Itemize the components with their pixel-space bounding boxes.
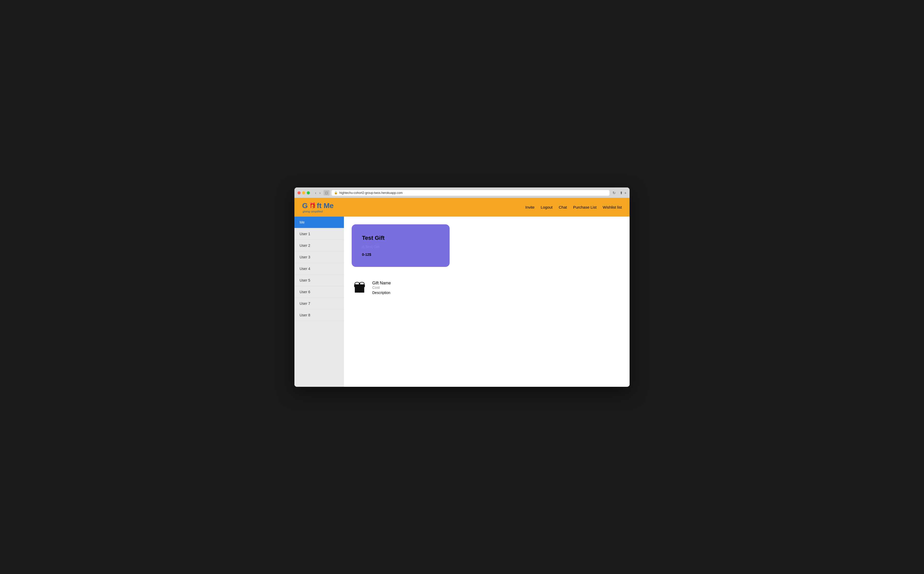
close-button[interactable] bbox=[298, 191, 301, 194]
new-tab-button[interactable]: + bbox=[625, 191, 626, 195]
share-button[interactable]: ⬆ bbox=[620, 191, 623, 195]
reload-button[interactable]: ↻ bbox=[612, 191, 615, 195]
browser-chrome: ‹ › ◻ 🔒 hightechu-cohort2-group-twos.her… bbox=[294, 188, 630, 198]
gift-icon: 🎁 bbox=[309, 202, 316, 209]
sidebar: Me User 1 User 2 User 3 User 4 User 5 Us… bbox=[294, 217, 344, 387]
nav-chat[interactable]: Chat bbox=[559, 205, 567, 210]
gift-item-details: Gift Name Cost Description bbox=[372, 280, 391, 295]
gift-item-cost: Cost bbox=[372, 285, 391, 290]
nav-buttons: ‹ › bbox=[314, 190, 321, 196]
brand-title: G 🎁 ft Me bbox=[302, 202, 334, 210]
nav-links: Invite Logout Chat Purchase List Wishlis… bbox=[526, 205, 622, 210]
gift-item-row: Gift Name Cost Description bbox=[352, 277, 622, 298]
brand-g: G bbox=[302, 202, 308, 210]
svg-rect-5 bbox=[355, 287, 364, 293]
navbar: G 🎁 ft Me giving simplified Invite Logou… bbox=[294, 198, 630, 217]
sidebar-item-user4[interactable]: User 4 bbox=[294, 263, 344, 274]
nav-invite[interactable]: Invite bbox=[526, 205, 535, 210]
sidebar-item-me[interactable]: Me bbox=[294, 217, 344, 228]
back-button[interactable]: ‹ bbox=[314, 190, 317, 196]
sidebar-item-user6[interactable]: User 6 bbox=[294, 286, 344, 298]
nav-purchase-list[interactable]: Purchase List bbox=[573, 205, 597, 210]
gift-box-icon-container bbox=[352, 280, 367, 295]
url-text: hightechu-cohort2-group-twos.herokuapp.c… bbox=[339, 191, 403, 195]
gift-card-price: 0-12$ bbox=[362, 252, 439, 257]
sidebar-item-user3[interactable]: User 3 bbox=[294, 251, 344, 263]
sidebar-item-user8[interactable]: User 8 bbox=[294, 309, 344, 321]
brand: G 🎁 ft Me giving simplified bbox=[302, 202, 334, 213]
sidebar-item-user7[interactable]: User 7 bbox=[294, 298, 344, 309]
sidebar-item-user5[interactable]: User 5 bbox=[294, 274, 344, 286]
browser-actions: ⬆ + bbox=[620, 191, 626, 195]
traffic-lights bbox=[298, 191, 310, 194]
address-bar: 🔒 hightechu-cohort2-group-twos.herokuapp… bbox=[332, 190, 609, 196]
gift-item-name: Gift Name bbox=[372, 281, 391, 285]
lock-icon: 🔒 bbox=[334, 191, 338, 194]
gift-card-description: A Test Gift bbox=[362, 244, 439, 249]
minimize-button[interactable] bbox=[302, 191, 305, 194]
gift-item-description: Description bbox=[372, 291, 391, 295]
sidebar-item-user2[interactable]: User 2 bbox=[294, 240, 344, 251]
svg-rect-4 bbox=[354, 285, 365, 287]
brand-rest: ft Me bbox=[317, 202, 334, 210]
gift-card-title: Test Gift bbox=[362, 235, 439, 241]
browser-window: ‹ › ◻ 🔒 hightechu-cohort2-group-twos.her… bbox=[294, 188, 630, 387]
app-content: G 🎁 ft Me giving simplified Invite Logou… bbox=[294, 198, 630, 387]
sidebar-item-user1[interactable]: User 1 bbox=[294, 228, 344, 240]
main-layout: Me User 1 User 2 User 3 User 4 User 5 Us… bbox=[294, 217, 630, 387]
gift-card: Test Gift A Test Gift 0-12$ bbox=[352, 224, 450, 267]
brand-subtitle: giving simplified bbox=[303, 210, 334, 213]
nav-wishlist[interactable]: Wishlist list bbox=[603, 205, 622, 210]
main-content: Test Gift A Test Gift 0-12$ bbox=[344, 217, 630, 387]
forward-button[interactable]: › bbox=[318, 190, 322, 196]
nav-logout[interactable]: Logout bbox=[541, 205, 553, 210]
tab-view-button[interactable]: ◻ bbox=[324, 190, 329, 196]
gift-box-icon bbox=[353, 280, 367, 295]
maximize-button[interactable] bbox=[307, 191, 310, 194]
